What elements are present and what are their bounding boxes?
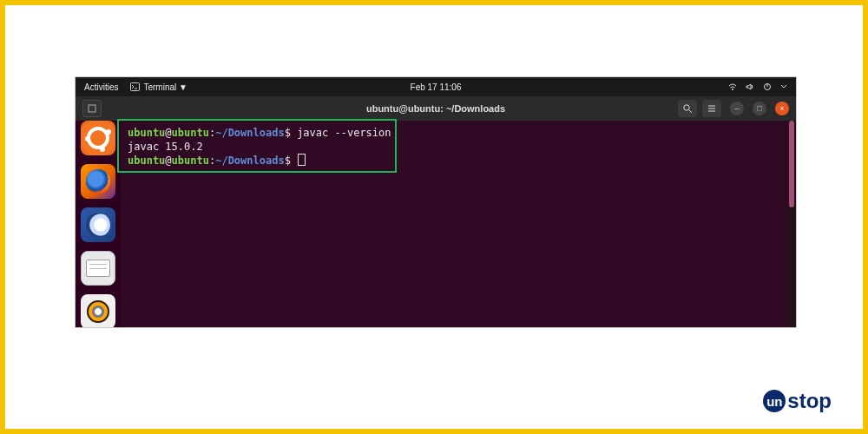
app-menu-terminal[interactable]: Terminal ▼ (130, 82, 187, 92)
new-tab-button[interactable] (82, 100, 102, 117)
terminal-line-3: ubuntu@ubuntu:~/Downloads$ (128, 154, 780, 168)
search-icon (682, 103, 693, 114)
brand-logo: unstop (763, 389, 832, 413)
dock-item-files[interactable] (81, 251, 115, 286)
speaker-icon (87, 300, 109, 323)
svg-line-6 (689, 110, 692, 113)
command-1: javac --version (291, 127, 391, 139)
terminal-titlebar: ubuntu@ubuntu: ~/Downloads – □ × (76, 96, 796, 121)
outer-frame: Activities Terminal ▼ Feb 17 11:06 ubunt… (0, 0, 868, 434)
svg-point-1 (732, 89, 733, 90)
terminal-scrollbar[interactable] (787, 121, 796, 327)
brand-text: stop (787, 389, 832, 413)
svg-rect-0 (131, 83, 140, 91)
hamburger-menu-button[interactable] (702, 100, 721, 117)
thunderbird-icon (86, 213, 110, 237)
terminal-body[interactable]: ubuntu@ubuntu:~/Downloads$ javac --versi… (121, 121, 787, 327)
screenshot-region: Activities Terminal ▼ Feb 17 11:06 ubunt… (75, 76, 797, 328)
dock-item-thunderbird[interactable] (81, 207, 115, 242)
dock-item-firefox[interactable] (81, 164, 115, 199)
prompt-host: ubuntu (172, 127, 209, 139)
cursor (299, 155, 305, 165)
app-menu-label: Terminal ▼ (143, 82, 187, 92)
prompt-path: ~/Downloads (215, 127, 284, 139)
clock[interactable]: Feb 17 11:06 (411, 82, 462, 92)
network-icon[interactable] (728, 82, 737, 91)
terminal-line-1: ubuntu@ubuntu:~/Downloads$ javac --versi… (128, 126, 780, 140)
close-button[interactable]: × (775, 102, 789, 115)
terminal-line-2: javac 15.0.2 (128, 140, 780, 154)
svg-point-5 (684, 105, 689, 110)
prompt-user: ubuntu (128, 127, 165, 139)
dock-item-rhythmbox[interactable] (81, 294, 115, 328)
files-icon (86, 260, 110, 277)
window-title: ubuntu@ubuntu: ~/Downloads (366, 103, 505, 114)
power-icon[interactable] (763, 82, 772, 91)
terminal-icon (130, 82, 140, 91)
minimize-button[interactable]: – (730, 102, 744, 115)
search-button[interactable] (678, 100, 697, 117)
chevron-down-icon[interactable] (780, 84, 787, 89)
ubuntu-icon (86, 126, 110, 150)
volume-icon[interactable] (746, 82, 754, 91)
gnome-top-bar: Activities Terminal ▼ Feb 17 11:06 (76, 77, 796, 96)
dock (76, 121, 121, 328)
plus-icon (88, 104, 96, 113)
hamburger-icon (707, 103, 717, 114)
dock-item-ubuntu[interactable] (81, 121, 115, 155)
svg-rect-4 (89, 105, 95, 112)
activities-button[interactable]: Activities (84, 82, 118, 92)
brand-badge: un (763, 390, 786, 412)
firefox-icon (86, 169, 110, 194)
maximize-button[interactable]: □ (753, 102, 766, 115)
